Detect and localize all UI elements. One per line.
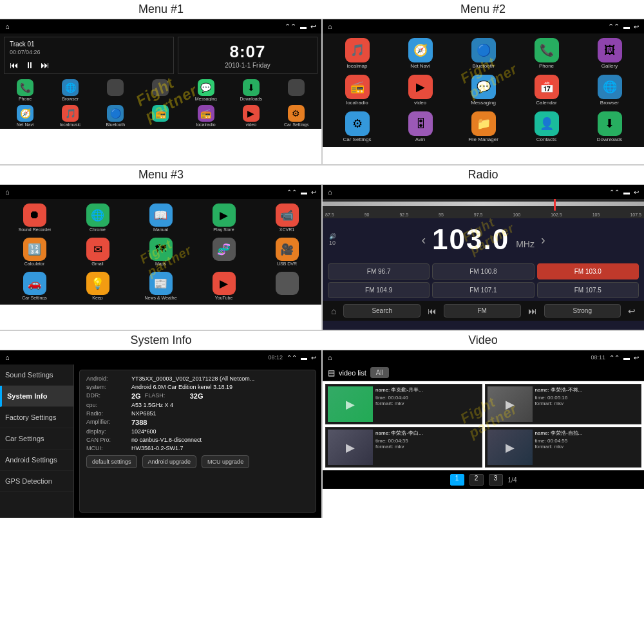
up-icon5[interactable]: ⌃⌃ — [287, 354, 297, 361]
home-icon3[interactable]: ⌂ — [5, 188, 10, 196]
sysinfo-btn-android-upgrade[interactable]: Android upgrade — [142, 455, 197, 468]
menu3-app-icon[interactable]: 💡Keep — [67, 270, 128, 302]
sysinfo-btn-default-settings[interactable]: default settings — [86, 455, 137, 468]
menu2-app-icon[interactable]: 📁File Manager — [453, 109, 514, 144]
menu2-app-icon[interactable]: 🧭Net Navi — [390, 36, 451, 71]
menu2-app-icon[interactable]: 📻localradio — [327, 73, 388, 108]
home-icon5[interactable]: ⌂ — [5, 354, 10, 361]
menu2-app-icon[interactable]: 📞Phone — [516, 36, 577, 71]
menu3-app-icon[interactable]: ✉Gmail — [67, 236, 128, 268]
minimize-icon[interactable]: ▬ — [300, 23, 307, 30]
up-icon3[interactable]: ⌃⌃ — [287, 189, 297, 196]
up-icon6[interactable]: ⌃⌃ — [609, 354, 620, 361]
app-icon[interactable] — [274, 79, 318, 101]
radio-preset-btn[interactable]: FM 100.8 — [432, 263, 534, 279]
radio-fm-btn[interactable]: FM — [444, 304, 521, 317]
menu2-app-icon[interactable]: 🌐Browser — [579, 73, 640, 108]
radio-preset-btn[interactable]: FM 103.0 — [537, 263, 639, 279]
sidebar-item-car-settings[interactable]: Car Settings — [0, 428, 73, 450]
menu3-app-icon[interactable] — [256, 270, 317, 302]
menu2-app-icon[interactable]: 📅Calendar — [516, 73, 577, 108]
video-list-item[interactable]: ▶name: 李荣浩-李白...time: 00:04:35formart: m… — [325, 427, 482, 468]
radio-home-btn[interactable]: ⌂ — [328, 305, 339, 317]
minimize-icon2[interactable]: ▬ — [623, 23, 630, 30]
home-icon4[interactable]: ⌂ — [328, 188, 332, 196]
home-icon6[interactable]: ⌂ — [328, 354, 332, 361]
app-icon[interactable]: 🔵Bluetooth — [93, 105, 137, 127]
app-icon[interactable]: ⚙Car Settings — [274, 105, 318, 127]
app-icon[interactable]: 📞Phone — [3, 79, 47, 101]
menu2-app-icon[interactable]: 🎵localmap — [327, 36, 388, 71]
menu3-app-icon[interactable]: 📰News & Weather — [130, 270, 191, 302]
radio-next-btn[interactable]: ⏭ — [525, 305, 540, 317]
up-icon4[interactable]: ⌃⌃ — [609, 189, 620, 196]
menu3-app-icon[interactable]: 📹XCVR1 — [256, 202, 317, 234]
app-icon[interactable] — [93, 79, 137, 101]
menu3-app-icon[interactable]: 🚗Car Settings — [4, 270, 65, 302]
home-icon2[interactable]: ⌂ — [328, 23, 332, 30]
page-btn-1[interactable]: 1 — [450, 474, 464, 486]
menu3-app-icon[interactable]: ▶Play Store — [193, 202, 254, 234]
back-icon3[interactable]: ↩ — [311, 189, 316, 196]
menu2-app-icon[interactable]: 🖼Gallery — [579, 36, 640, 71]
freq-next-btn[interactable]: › — [541, 232, 545, 247]
up-icon2[interactable]: ⌃⌃ — [608, 23, 620, 31]
back-icon[interactable]: ↩ — [310, 23, 316, 31]
menu3-app-icon[interactable]: 🧬 — [193, 236, 254, 268]
menu2-app-icon[interactable]: ▶video — [390, 73, 451, 108]
radio-preset-btn[interactable]: FM 96.7 — [328, 263, 430, 279]
radio-strong-btn[interactable]: Strong — [544, 304, 621, 317]
minimize-icon6[interactable]: ▬ — [623, 354, 630, 361]
menu3-app-icon[interactable]: 🌐Chrome — [67, 202, 128, 234]
menu2-app-icon[interactable]: 🎛Avin — [390, 109, 451, 144]
sidebar-item-gps-detection[interactable]: GPS Detection — [0, 471, 73, 492]
app-icon[interactable]: 🧭Net Navi — [3, 105, 47, 127]
radio-preset-btn[interactable]: FM 107.5 — [537, 282, 639, 298]
menu3-app-icon[interactable]: 📖Manual — [130, 202, 191, 234]
next-btn[interactable]: ⏭ — [41, 60, 50, 70]
radio-search-btn[interactable]: Search — [343, 304, 421, 317]
app-icon[interactable]: 📻localradio — [184, 105, 228, 127]
menu2-app-icon[interactable]: 👤Contacts — [516, 109, 577, 144]
app-icon[interactable] — [138, 79, 182, 101]
sidebar-item-factory-settings[interactable]: Factory Settings — [0, 407, 73, 428]
menu3-app-icon[interactable]: 🗺Maps — [130, 236, 191, 268]
home-icon[interactable]: ⌂ — [5, 23, 10, 30]
menu2-app-icon[interactable]: 🔵Bluetooth — [453, 36, 514, 71]
radio-prev-btn[interactable]: ⏮ — [424, 305, 440, 317]
menu3-app-icon[interactable]: ⏺Sound Recorder — [4, 202, 65, 234]
sidebar-item-system-info[interactable]: System Info — [0, 386, 73, 407]
play-btn[interactable]: ⏸ — [25, 60, 34, 70]
page-btn-3[interactable]: 3 — [489, 474, 503, 486]
up-icon[interactable]: ⌃⌃ — [285, 23, 296, 31]
back-icon2[interactable]: ↩ — [634, 23, 639, 30]
app-icon[interactable]: 💬Messaging — [184, 79, 228, 101]
video-list-item[interactable]: ▶name: 李克勤-月半...time: 00:04:40formart: m… — [325, 384, 482, 424]
app-icon[interactable]: 🎵localmusic — [48, 105, 92, 127]
app-icon[interactable]: 🌐Browser — [48, 79, 92, 101]
menu3-app-icon[interactable]: 🎥USB DVR — [256, 236, 317, 268]
menu3-app-icon[interactable]: ▶YouTube — [193, 270, 254, 302]
minimize-icon4[interactable]: ▬ — [623, 189, 630, 196]
sidebar-item-android-settings[interactable]: Android Settings — [0, 450, 73, 471]
video-tab-all[interactable]: All — [370, 367, 389, 378]
back-icon6[interactable]: ↩ — [634, 354, 639, 361]
minimize-icon3[interactable]: ▬ — [301, 189, 307, 196]
menu2-app-icon[interactable]: ⚙Car Settings — [327, 109, 388, 144]
radio-back-btn[interactable]: ↩ — [625, 305, 639, 317]
freq-prev-btn[interactable]: ‹ — [421, 232, 426, 247]
back-icon5[interactable]: ↩ — [311, 354, 316, 361]
sidebar-item-sound-settings[interactable]: Sound Settings — [0, 365, 73, 386]
radio-preset-btn[interactable]: FM 107.1 — [432, 282, 534, 298]
back-icon4[interactable]: ↩ — [634, 189, 639, 196]
prev-btn[interactable]: ⏮ — [10, 60, 19, 70]
app-icon[interactable]: ⬇Downloads — [229, 79, 273, 101]
sysinfo-btn-mcu-upgrade[interactable]: MCU upgrade — [202, 455, 249, 468]
radio-preset-btn[interactable]: FM 104.9 — [328, 282, 430, 298]
minimize-icon5[interactable]: ▬ — [301, 354, 307, 361]
menu2-app-icon[interactable]: 💬Messaging — [453, 73, 514, 108]
page-btn-2[interactable]: 2 — [469, 474, 484, 486]
video-list-item[interactable]: ▶name: 李荣浩-不将...time: 00:05:16formart: m… — [485, 384, 642, 424]
app-icon[interactable]: ▶video — [229, 105, 273, 127]
menu3-app-icon[interactable]: 🔢Calculator — [4, 236, 65, 268]
